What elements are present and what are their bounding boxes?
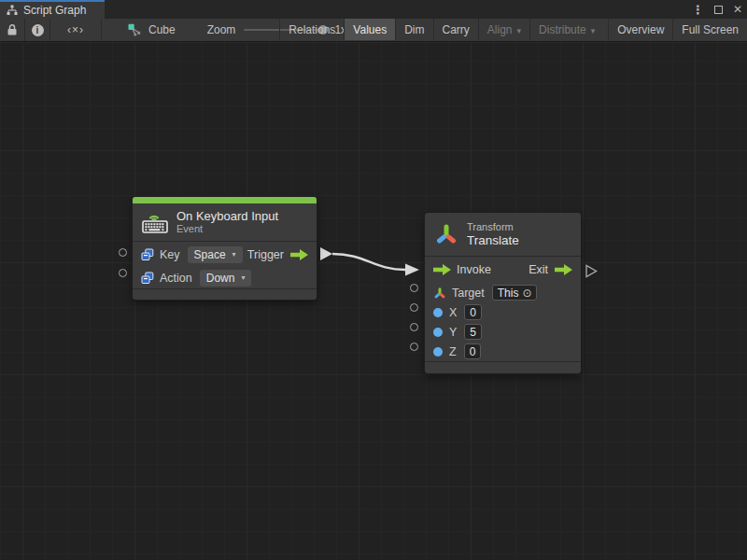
lock-icon — [7, 23, 18, 36]
y-row: Y 5 — [425, 322, 581, 342]
fullscreen-button[interactable]: Full Screen — [672, 19, 747, 40]
target-value-field[interactable]: This ⊙ — [492, 285, 538, 301]
node-footer — [425, 361, 581, 373]
toolbar-toggle-group: Relations Values Dim Carry Align▾ Distri… — [279, 19, 747, 40]
node-footer — [133, 288, 317, 300]
z-label: Z — [449, 345, 457, 358]
action-row: Action Down ▾ — [133, 267, 317, 288]
enum-type-icon — [141, 272, 154, 285]
chevron-down-icon: ▾ — [517, 26, 522, 35]
trigger-label: Trigger — [247, 248, 284, 261]
overview-button[interactable]: Overview — [608, 19, 672, 40]
tab-script-graph[interactable]: Script Graph — [0, 0, 105, 19]
keyboard-input-icon — [142, 212, 168, 233]
action-dropdown[interactable]: Down ▾ — [200, 270, 252, 287]
invoke-label: Invoke — [457, 263, 491, 276]
maximize-icon[interactable] — [714, 6, 723, 14]
z-row: Z 0 — [425, 342, 581, 361]
wire-layer — [0, 43, 747, 560]
action-label: Action — [160, 272, 192, 285]
node-title: On Keyboard Input — [176, 209, 278, 223]
z-input-port[interactable] — [410, 343, 418, 351]
transform-axes-icon — [434, 222, 458, 246]
graph-toolbar: i ‹×› Cube Zoom 1x Relations Values Dim — [0, 19, 747, 42]
dim-button[interactable]: Dim — [395, 19, 432, 40]
distribute-button[interactable]: Distribute▾ — [529, 19, 603, 40]
chevron-down-icon: ▾ — [591, 26, 596, 35]
target-input-port[interactable] — [410, 284, 418, 292]
code-icon: ‹×› — [67, 23, 84, 36]
invoke-exit-row: Invoke Exit — [425, 257, 581, 283]
node-subtitle: Event — [176, 223, 278, 235]
key-label: Key — [160, 248, 180, 261]
float-port-dot — [433, 328, 443, 337]
key-dropdown[interactable]: Space ▾ — [188, 246, 243, 263]
node-category: Transform — [467, 221, 519, 233]
lock-button[interactable] — [0, 19, 25, 41]
trigger-output-port[interactable] — [320, 247, 332, 260]
y-input-port[interactable] — [410, 323, 418, 331]
on-keyboard-input-node[interactable]: On Keyboard Input Event Key Spac — [133, 197, 317, 300]
exit-label: Exit — [529, 263, 548, 276]
target-row: Target This ⊙ — [425, 283, 581, 302]
x-value-field[interactable]: 0 — [464, 304, 482, 320]
title-bar: Script Graph ⋮ ✕ — [0, 0, 747, 19]
x-label: X — [449, 306, 457, 319]
node-title: Translate — [467, 233, 519, 247]
invoke-input-port[interactable] — [405, 264, 419, 276]
exit-output-port[interactable] — [586, 266, 597, 277]
enum-type-icon — [141, 248, 154, 261]
values-button[interactable]: Values — [344, 19, 395, 40]
graph-hierarchy-icon — [7, 5, 18, 16]
graph-canvas[interactable]: On Keyboard Input Event Key Spac — [0, 43, 747, 560]
transform-type-icon — [433, 287, 446, 300]
chevron-down-icon: ▾ — [241, 272, 245, 285]
event-accent-bar — [133, 197, 317, 203]
graph-target-indicator[interactable]: Cube — [102, 19, 189, 41]
y-value-field[interactable]: 5 — [464, 324, 482, 340]
close-icon[interactable]: ✕ — [733, 3, 742, 16]
relations-button[interactable]: Relations — [279, 19, 344, 40]
window-menu-icon[interactable]: ⋮ — [692, 3, 704, 17]
graph-target-label: Cube — [148, 23, 176, 36]
carry-button[interactable]: Carry — [433, 19, 478, 40]
action-input-port[interactable] — [119, 269, 127, 277]
key-row: Key Space ▾ Trigger — [133, 242, 317, 267]
connection-wire[interactable] — [332, 254, 405, 270]
info-icon: i — [32, 24, 44, 36]
align-button[interactable]: Align▾ — [478, 19, 529, 40]
code-preview-button[interactable]: ‹×› — [50, 19, 102, 41]
target-label: Target — [452, 287, 485, 300]
flow-arrow-icon — [555, 264, 572, 275]
flow-arrow-icon — [433, 264, 451, 275]
flow-arrow-icon — [290, 249, 308, 260]
script-graph-window: Script Graph ⋮ ✕ i ‹×› — [0, 0, 747, 560]
key-input-port[interactable] — [119, 248, 127, 257]
x-row: X 0 — [425, 302, 581, 322]
z-value-field[interactable]: 0 — [464, 343, 482, 359]
x-input-port[interactable] — [410, 303, 418, 312]
tab-title: Script Graph — [23, 4, 86, 17]
info-button[interactable]: i — [25, 19, 50, 41]
translate-node[interactable]: Transform Translate Invoke Exit — [425, 213, 581, 373]
y-label: Y — [449, 326, 457, 339]
object-picker-icon[interactable]: ⊙ — [522, 287, 531, 300]
float-port-dot — [433, 347, 443, 357]
script-graph-asset-icon — [128, 23, 142, 36]
float-port-dot — [433, 308, 443, 317]
zoom-label: Zoom — [207, 23, 236, 36]
chevron-down-icon: ▾ — [233, 248, 236, 261]
